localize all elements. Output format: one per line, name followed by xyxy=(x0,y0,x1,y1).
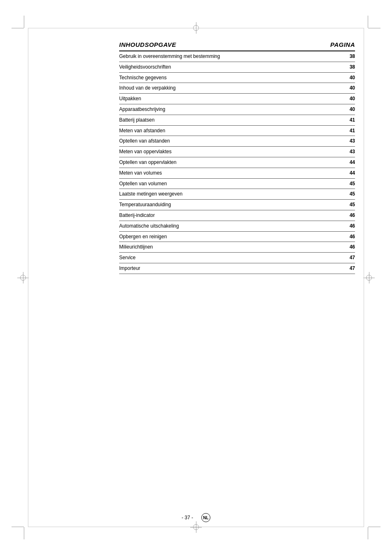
toc-item-label: Automatische uitschakeling xyxy=(119,221,320,231)
toc-item-page: 40 xyxy=(320,94,355,104)
crop-mark-bl-v xyxy=(24,527,24,539)
toc-item-label: Batterij-indicator xyxy=(119,210,320,221)
toc-item-page: 40 xyxy=(320,72,355,83)
toc-item-page: 45 xyxy=(320,200,355,210)
toc-row: Batterij-indicator46 xyxy=(119,210,355,221)
toc-row: Service47 xyxy=(119,253,355,263)
crop-mark-tr-v xyxy=(368,16,368,28)
reg-mark-left xyxy=(17,272,29,283)
toc-item-label: Meten van volumes xyxy=(119,168,320,178)
toc-row: Importeur47 xyxy=(119,263,355,274)
toc-item-page: 46 xyxy=(320,231,355,242)
toc-row: Meten van afstanden41 xyxy=(119,125,355,136)
toc-row: Opbergen en reinigen46 xyxy=(119,231,355,242)
reg-mark-right xyxy=(363,272,375,283)
toc-row: Laatste metingen weergeven45 xyxy=(119,189,355,200)
toc-item-page: 46 xyxy=(320,221,355,231)
toc-item-page: 40 xyxy=(320,104,355,115)
toc-item-page: 47 xyxy=(320,253,355,263)
crop-mark-tl-v xyxy=(24,16,24,28)
toc-item-label: Optellen van oppervlakten xyxy=(119,157,320,168)
toc-item-label: Service xyxy=(119,253,320,263)
toc-item-page: 38 xyxy=(320,51,355,62)
toc-item-page: 45 xyxy=(320,178,355,189)
toc-item-label: Inhoud van de verpakking xyxy=(119,83,320,94)
toc-item-page: 45 xyxy=(320,189,355,200)
toc-item-page: 40 xyxy=(320,83,355,94)
toc-row: Batterij plaatsen41 xyxy=(119,115,355,125)
crop-mark-br-v xyxy=(368,527,368,539)
toc-item-page: 47 xyxy=(320,263,355,274)
toc-item-label: Gebruik in overeenstemming met bestemmin… xyxy=(119,51,320,62)
toc-item-label: Technische gegevens xyxy=(119,72,320,83)
toc-row: Meten van oppervlaktes43 xyxy=(119,147,355,157)
toc-item-label: Apparaatbeschrijving xyxy=(119,104,320,115)
crop-mark-tl-h xyxy=(12,28,24,28)
toc-row: Technische gegevens40 xyxy=(119,72,355,83)
toc-item-label: Milieurichtlijnen xyxy=(119,242,320,253)
toc-table: Gebruik in overeenstemming met bestemmin… xyxy=(119,51,355,274)
toc-row: Optellen van oppervlakten44 xyxy=(119,157,355,168)
border-right xyxy=(364,28,364,527)
toc-row: Automatische uitschakeling46 xyxy=(119,221,355,231)
toc-row: Optellen van afstanden43 xyxy=(119,136,355,147)
toc-item-page: 38 xyxy=(320,62,355,72)
toc-title: INHOUDSOPGAVE xyxy=(119,41,176,48)
toc-item-label: Optellen van volumen xyxy=(119,178,320,189)
toc-row: Meten van volumes44 xyxy=(119,168,355,178)
border-top xyxy=(28,28,364,28)
toc-item-page: 41 xyxy=(320,125,355,136)
footer-language-badge: NL xyxy=(201,513,210,522)
toc-item-label: Importeur xyxy=(119,263,320,274)
reg-mark-bottom xyxy=(190,521,202,533)
toc-item-page: 41 xyxy=(320,115,355,125)
toc-pagina-label: PAGINA xyxy=(330,41,355,48)
toc-row: Apparaatbeschrijving40 xyxy=(119,104,355,115)
crop-mark-br-h xyxy=(368,527,380,527)
toc-header: INHOUDSOPGAVE PAGINA xyxy=(119,41,355,48)
toc-item-label: Veiligheidsvoorschriften xyxy=(119,62,320,72)
crop-mark-bl-h xyxy=(12,527,24,527)
toc-item-label: Temperatuuraanduiding xyxy=(119,200,320,210)
toc-item-page: 43 xyxy=(320,136,355,147)
toc-row: Optellen van volumen45 xyxy=(119,178,355,189)
toc-item-label: Batterij plaatsen xyxy=(119,115,320,125)
toc-item-label: Laatste metingen weergeven xyxy=(119,189,320,200)
toc-item-label: Opbergen en reinigen xyxy=(119,231,320,242)
footer: - 37 - NL xyxy=(0,513,392,522)
toc-row: Uitpakken40 xyxy=(119,94,355,104)
toc-row: Gebruik in overeenstemming met bestemmin… xyxy=(119,51,355,62)
toc-row: Milieurichtlijnen46 xyxy=(119,242,355,253)
toc-item-page: 44 xyxy=(320,157,355,168)
toc-row: Inhoud van de verpakking40 xyxy=(119,83,355,94)
toc-item-page: 43 xyxy=(320,147,355,157)
crop-mark-tr-h xyxy=(368,28,380,28)
toc-item-label: Uitpakken xyxy=(119,94,320,104)
border-left xyxy=(28,28,28,527)
toc-item-page: 46 xyxy=(320,210,355,221)
toc-row: Temperatuuraanduiding45 xyxy=(119,200,355,210)
toc-item-label: Optellen van afstanden xyxy=(119,136,320,147)
footer-page-number: - 37 - xyxy=(182,515,193,520)
toc-item-label: Meten van oppervlaktes xyxy=(119,147,320,157)
toc-item-page: 46 xyxy=(320,242,355,253)
border-bottom xyxy=(28,527,364,527)
toc-item-page: 44 xyxy=(320,168,355,178)
content-area: INHOUDSOPGAVE PAGINA Gebruik in overeens… xyxy=(119,41,355,514)
page: INHOUDSOPGAVE PAGINA Gebruik in overeens… xyxy=(0,0,392,555)
toc-row: Veiligheidsvoorschriften38 xyxy=(119,62,355,72)
toc-item-label: Meten van afstanden xyxy=(119,125,320,136)
